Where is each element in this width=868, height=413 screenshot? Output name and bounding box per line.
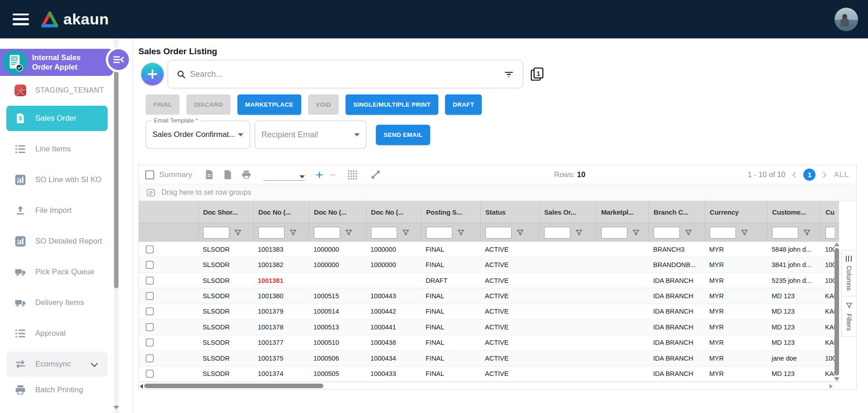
- action-button-marketplace[interactable]: MARKETPLACE: [237, 94, 301, 115]
- export-file-icon[interactable]: [223, 169, 233, 180]
- sidebar-item-line-items[interactable]: Line Items: [0, 134, 114, 164]
- header-cell[interactable]: Doc No (...: [366, 201, 421, 223]
- header-cell[interactable]: Custome...: [767, 201, 821, 223]
- action-button-final[interactable]: FINAL: [146, 94, 180, 115]
- table-row[interactable]: SLSODR100137510005061000434FINALACTIVEID…: [139, 351, 835, 366]
- action-button-draft[interactable]: DRAFT: [445, 94, 482, 115]
- zoom-in-icon[interactable]: +: [316, 169, 323, 181]
- current-page-button[interactable]: 1: [803, 169, 816, 181]
- user-avatar[interactable]: [835, 8, 858, 31]
- row-checkbox[interactable]: [146, 292, 154, 300]
- scroll-down-arrow[interactable]: [114, 406, 119, 409]
- table-vertical-scrollbar[interactable]: [835, 242, 839, 382]
- row-checkbox[interactable]: [146, 307, 154, 315]
- column-filter-funnel-icon[interactable]: [684, 229, 693, 237]
- column-filter-funnel-icon[interactable]: [289, 229, 297, 237]
- table-row[interactable]: SLSODR100138210000001000000FINALACTIVEBR…: [139, 257, 835, 272]
- sidebar-item-so-detailed-report[interactable]: SO Detailed Report: [0, 226, 114, 257]
- row-checkbox[interactable]: [146, 338, 154, 347]
- table-row[interactable]: SLSODR100137910005141000442FINALACTIVEID…: [139, 304, 835, 319]
- scrollbar-thumb[interactable]: [114, 60, 119, 288]
- sidebar-item-batch-printing[interactable]: Batch Printing: [0, 380, 114, 400]
- show-all-button[interactable]: ALL: [834, 170, 849, 179]
- row-group-dropzone[interactable]: Drag here to set row groups: [139, 184, 856, 201]
- print-icon[interactable]: [241, 169, 251, 180]
- column-filter-funnel-icon[interactable]: [632, 229, 640, 237]
- sidebar-item-sales-order[interactable]: Sales Order: [6, 106, 108, 131]
- header-cell[interactable]: Sales Or...: [539, 201, 596, 223]
- column-filter-input[interactable]: [825, 227, 835, 239]
- header-cell[interactable]: Posting S...: [421, 201, 480, 223]
- sidebar-item-delivery-items[interactable]: Delivery Items: [0, 287, 114, 318]
- column-filter-input[interactable]: [601, 227, 627, 239]
- column-filter-funnel-icon[interactable]: [740, 229, 749, 237]
- sidebar-scrollbar[interactable]: [114, 38, 119, 413]
- toolbar-select[interactable]: [263, 169, 305, 181]
- header-cell[interactable]: Status: [480, 201, 539, 223]
- brand-logo[interactable]: akaun: [41, 10, 109, 28]
- send-email-button[interactable]: SEND EMAIL: [376, 125, 430, 145]
- column-filter-funnel-icon[interactable]: [234, 229, 242, 237]
- search-input[interactable]: [190, 70, 503, 79]
- scrollbar-thumb[interactable]: [144, 384, 323, 388]
- column-filter-input[interactable]: [314, 227, 340, 239]
- table-horizontal-scrollbar[interactable]: [139, 382, 839, 389]
- table-row[interactable]: SLSODR100137410005051000433FINALACTIVEID…: [139, 366, 835, 382]
- header-cell[interactable]: Doc No (...: [309, 201, 366, 223]
- applet-banner[interactable]: SO Internal Sales Order Applet: [0, 49, 113, 76]
- column-filter-input[interactable]: [710, 227, 736, 239]
- row-checkbox[interactable]: [146, 277, 154, 285]
- column-filter-funnel-icon[interactable]: [803, 229, 811, 237]
- next-page-icon[interactable]: [821, 171, 829, 179]
- sidebar-item-staging-tenant[interactable]: 大 STAGING_TENANT: [0, 78, 114, 103]
- table-row[interactable]: SLSODR100137710005101000438FINALACTIVEID…: [139, 335, 835, 351]
- recipient-email-select[interactable]: [255, 121, 366, 149]
- row-checkbox[interactable]: [146, 354, 154, 362]
- header-cell[interactable]: Currency: [705, 201, 767, 223]
- search-filter-icon[interactable]: [503, 69, 514, 80]
- column-filter-input[interactable]: [654, 227, 680, 239]
- single-page-view-icon[interactable]: [530, 66, 545, 82]
- row-checkbox[interactable]: [146, 245, 154, 253]
- header-cell[interactable]: Custo...: [821, 201, 835, 223]
- scroll-right-arrow[interactable]: [830, 384, 833, 389]
- export-file-text-icon[interactable]: [204, 169, 214, 180]
- action-button-single-multiple-print[interactable]: SINGLE/MULTIPLE PRINT: [346, 94, 438, 115]
- fullscreen-expand-icon[interactable]: [370, 169, 381, 180]
- tab-filters[interactable]: Filters: [842, 296, 856, 336]
- column-filter-input[interactable]: [203, 227, 229, 239]
- recipient-email-input[interactable]: [261, 130, 354, 140]
- column-filter-input[interactable]: [485, 227, 512, 239]
- tab-columns[interactable]: Columns: [842, 250, 856, 296]
- table-row[interactable]: SLSODR100137810005131000441FINALACTIVEID…: [139, 319, 835, 335]
- scroll-down-arrow[interactable]: [834, 377, 839, 381]
- column-filter-input[interactable]: [426, 227, 452, 239]
- column-filter-funnel-icon[interactable]: [516, 229, 524, 237]
- table-row[interactable]: SLSODR100138310000001000000FINALACTIVEBR…: [139, 242, 835, 257]
- column-filter-input[interactable]: [371, 227, 397, 239]
- table-row[interactable]: SLSODR100138010005151000443FINALACTIVEID…: [139, 288, 835, 304]
- header-cell[interactable]: Doc Shor...: [198, 201, 253, 223]
- sidebar-item-pick-pack-queue[interactable]: Pick Pack Queue: [0, 257, 114, 287]
- column-filter-input[interactable]: [258, 227, 285, 239]
- scroll-left-arrow[interactable]: [140, 384, 143, 389]
- scroll-up-arrow[interactable]: [834, 243, 839, 246]
- row-checkbox[interactable]: [146, 261, 154, 269]
- column-filter-input[interactable]: [544, 227, 570, 239]
- add-sales-order-button[interactable]: [141, 63, 164, 85]
- column-filter-funnel-icon[interactable]: [402, 229, 410, 237]
- sidebar-item-approval[interactable]: Approval: [0, 318, 114, 349]
- column-filter-funnel-icon[interactable]: [345, 229, 353, 237]
- grid-density-icon[interactable]: [347, 169, 357, 180]
- summary-checkbox[interactable]: [145, 170, 154, 179]
- email-template-select[interactable]: Email Template * Sales Order Confirmat..…: [146, 121, 250, 149]
- hamburger-menu-icon[interactable]: [13, 14, 29, 25]
- action-button-discard[interactable]: DISCARD: [186, 94, 231, 115]
- sidebar-collapse-button[interactable]: [106, 47, 131, 72]
- prev-page-icon[interactable]: [790, 171, 798, 179]
- header-cell[interactable]: Doc No (...: [253, 201, 309, 223]
- header-cell[interactable]: Marketpl...: [596, 201, 649, 223]
- column-filter-funnel-icon[interactable]: [457, 229, 465, 237]
- header-cell[interactable]: Branch C...: [649, 201, 705, 223]
- action-button-void[interactable]: VOID: [308, 94, 339, 115]
